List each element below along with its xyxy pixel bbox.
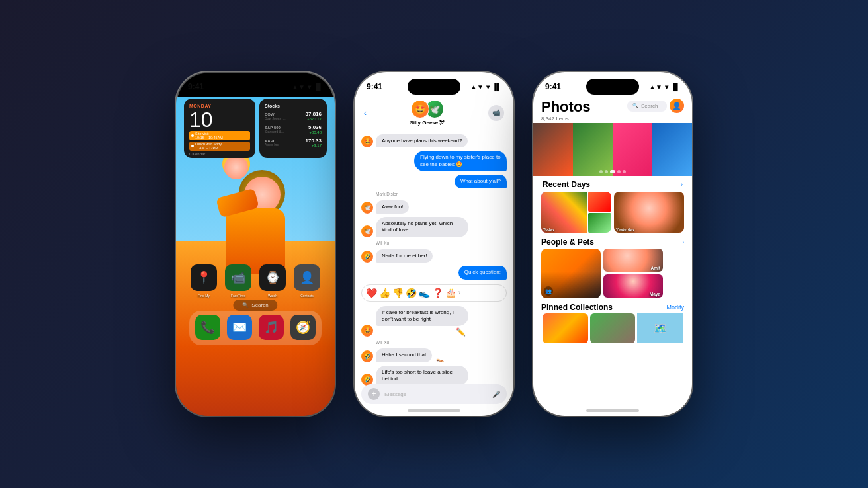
home-indicator (408, 409, 460, 412)
status-icons: ▲▼ ▾ ▐▌ (292, 83, 323, 91)
imessage-input[interactable]: + iMessage 🎤 (361, 384, 507, 404)
today-side-2 (588, 213, 611, 233)
sender-label-will: Will Xu (376, 241, 507, 245)
find-my-icon: 📍 (191, 264, 217, 291)
reaction-heart[interactable]: ❤️ (366, 288, 377, 298)
group-name: Silly Geese 🕊 (410, 120, 445, 126)
reaction-cake[interactable]: 🎂 (445, 288, 456, 298)
stocks-widget[interactable]: Stocks DOW Dow Jones I... 37,816 +570.17 (259, 99, 327, 158)
cal-event-2: Lunch with Andy 11AM – 12PM (189, 142, 250, 151)
bubble-4: Aww fun! (376, 200, 409, 214)
sender-avatar-2: 🕊️ (361, 202, 373, 214)
home-indicator-3 (586, 409, 639, 412)
people-group-photo[interactable]: 👥 (541, 249, 601, 298)
hero-indicator-dots (599, 170, 626, 173)
pinned-thumb-1[interactable] (542, 313, 588, 343)
reaction-laugh[interactable]: 🤣 (406, 288, 417, 298)
hero-seg-1 (533, 123, 573, 176)
recent-days-grid: Today Yesterday (533, 192, 692, 235)
widgets-row: MONDAY 10 Site visit 10:15 – 10:45AM Lun… (176, 97, 335, 162)
people-grid: 👥 Amit Maya (533, 249, 692, 301)
stock-row-dow: DOW Dow Jones I... 37,816 +570.17 (265, 111, 322, 121)
facetime-button[interactable]: 📹 (488, 105, 504, 121)
yesterday-label: Yesterday (616, 227, 634, 231)
recent-days-chevron-icon[interactable]: › (681, 181, 683, 188)
watch-label: Watch (268, 294, 277, 298)
person-maya[interactable]: Maya (603, 274, 663, 298)
dock-phone[interactable]: 📞 (195, 315, 220, 340)
chat-messages-area[interactable]: 🤩 Anyone have plans this weekend? Flying… (355, 130, 513, 388)
avatar-image: 👤 (672, 102, 681, 110)
dot-4 (617, 170, 621, 173)
search-icon: 🔍 (242, 302, 249, 308)
stock-row-sp500: S&P 500 Standard &... 5,036 +80.48 (265, 124, 322, 134)
phone-messages: 9:41 ▲▼ ▾ ▐▌ ‹ 🤩 🕊️ Silly Geese 🕊 📹 (355, 72, 513, 416)
people-pets-header: People & Pets › (533, 235, 692, 249)
app-find-my[interactable]: 📍 Find My (191, 264, 217, 298)
phone-home: 9:41 ▲▼ ▾ ▐▌ MONDAY 10 Site visit 10 (176, 72, 335, 416)
photos-header-actions: 🔍 Search 👤 (627, 99, 684, 113)
reaction-thumbsup[interactable]: 👍 (379, 288, 390, 298)
sender-avatar-4: 🤣 (361, 251, 373, 263)
user-avatar[interactable]: 👤 (670, 99, 684, 113)
message-row-4: 🕊️ Aww fun! (361, 200, 507, 214)
event-dot (191, 134, 194, 137)
modify-button[interactable]: Modify (666, 304, 684, 311)
dock-music[interactable]: 🎵 (259, 315, 284, 340)
reaction-question[interactable]: ❓ (432, 288, 443, 298)
event-time-2: 11AM – 12PM (195, 146, 222, 150)
dock-mail[interactable]: ✉️ (227, 315, 252, 340)
reactions-more[interactable]: › (458, 289, 460, 296)
recent-days-header: Recent Days › (533, 176, 692, 192)
person-amit[interactable]: Amit (603, 249, 663, 272)
map-thumb: 🗺️ (637, 313, 683, 343)
today-side-photos (588, 192, 611, 233)
status-icons-2: ▲▼ ▾ ▐▌ (470, 83, 501, 91)
contacts-icon: 👤 (294, 264, 320, 291)
sender-avatar-5: 🤩 (361, 325, 373, 337)
sender-label-mark: Mark Disler (376, 192, 507, 196)
app-watch[interactable]: ⌚ Watch (259, 264, 286, 298)
emoji-reactions-bar[interactable]: ❤️ 👍 👎 🤣 👟 ❓ 🎂 › (361, 284, 507, 302)
hero-strip (533, 123, 692, 176)
people-pets-title: People & Pets (541, 237, 682, 247)
search-bar[interactable]: 🔍 Search (627, 101, 667, 112)
pinned-thumb-3[interactable]: 🗺️ (637, 313, 683, 343)
bubble-3: What about y'all? (455, 175, 507, 188)
widgets-area: MONDAY 10 Site visit 10:15 – 10:45AM Lun… (176, 97, 335, 348)
avatar-1: 🤩 (411, 100, 429, 118)
conversation-header: 🤩 🕊️ Silly Geese 🕊 (410, 100, 445, 126)
messages-header: ‹ 🤩 🕊️ Silly Geese 🕊 📹 (355, 97, 513, 130)
search-icon-2: 🔍 (632, 103, 638, 108)
pinned-thumb-2[interactable] (590, 313, 636, 343)
app-facetime[interactable]: 📹 FaceTime (225, 264, 251, 298)
dot-2 (605, 170, 608, 173)
microphone-icon[interactable]: 🎤 (492, 391, 500, 398)
group-icon: 👥 (545, 288, 552, 294)
sender-avatar-1: 🤩 (361, 136, 373, 147)
stocks-title: Stocks (265, 104, 322, 108)
reaction-shoe[interactable]: 👟 (419, 288, 430, 298)
recent-days-title: Recent Days (542, 180, 681, 189)
back-button[interactable]: ‹ (364, 108, 367, 118)
add-attachment-button[interactable]: + (368, 388, 380, 400)
status-time: 9:41 (188, 82, 204, 91)
bubble-group-8: If cake for breakfast is wrong, I don't … (376, 306, 468, 337)
dock-compass[interactable]: 🧭 (290, 315, 316, 340)
people-pets-chevron-icon[interactable]: › (682, 239, 684, 245)
calendar-widget[interactable]: MONDAY 10 Site visit 10:15 – 10:45AM Lun… (184, 99, 255, 158)
bubble-6: Nada for me either! (376, 249, 433, 263)
video-icon: 📹 (492, 109, 500, 116)
watch-icon: ⌚ (259, 264, 286, 291)
music-icon: 🎵 (259, 315, 284, 340)
photos-title: Photos (541, 99, 591, 116)
back-chevron-icon: ‹ (364, 108, 367, 118)
app-contacts[interactable]: 👤 Contacts (294, 264, 320, 298)
yesterday-album[interactable]: Yesterday (614, 192, 684, 233)
event-time-1: 10:15 – 10:45AM (195, 136, 223, 140)
yesterday-photo: Yesterday (614, 192, 684, 233)
bubble-1: Anyone have plans this weekend? (376, 134, 468, 147)
reaction-thumbsdown[interactable]: 👎 (392, 288, 404, 298)
today-album[interactable]: Today (541, 192, 611, 233)
today-photo-main: Today (541, 192, 587, 233)
